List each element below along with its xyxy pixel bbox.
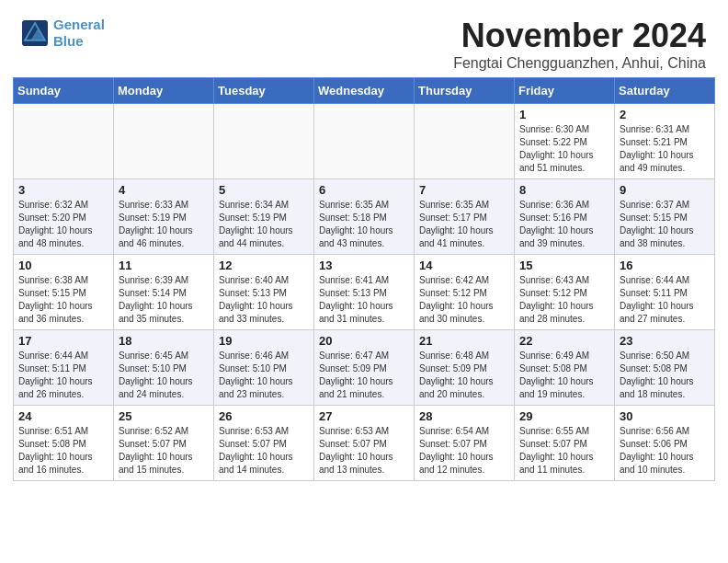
day-number: 23 (620, 334, 710, 348)
calendar-day-cell: 2Sunrise: 6:31 AM Sunset: 5:21 PM Daylig… (615, 104, 715, 179)
day-number: 27 (319, 409, 409, 423)
calendar-day-cell: 21Sunrise: 6:48 AM Sunset: 5:09 PM Dayli… (415, 330, 515, 406)
day-number: 8 (519, 183, 609, 197)
day-info: Sunrise: 6:51 AM Sunset: 5:08 PM Dayligh… (18, 425, 108, 477)
day-number: 4 (119, 183, 209, 197)
calendar-table: SundayMondayTuesdayWednesdayThursdayFrid… (13, 77, 715, 481)
day-info: Sunrise: 6:53 AM Sunset: 5:07 PM Dayligh… (219, 425, 309, 477)
logo-icon (22, 20, 48, 46)
calendar-day-cell (415, 104, 515, 179)
weekday-header: Thursday (415, 78, 515, 104)
day-info: Sunrise: 6:30 AM Sunset: 5:22 PM Dayligh… (519, 123, 609, 175)
day-info: Sunrise: 6:49 AM Sunset: 5:08 PM Dayligh… (519, 350, 609, 401)
calendar-day-cell (14, 104, 114, 179)
day-number: 18 (119, 334, 209, 348)
day-info: Sunrise: 6:41 AM Sunset: 5:13 PM Dayligh… (319, 274, 409, 326)
calendar-day-cell: 14Sunrise: 6:42 AM Sunset: 5:12 PM Dayli… (415, 255, 515, 330)
calendar-day-cell (314, 104, 415, 179)
calendar-day-cell: 7Sunrise: 6:35 AM Sunset: 5:17 PM Daylig… (415, 179, 515, 255)
day-number: 15 (519, 259, 609, 272)
day-number: 22 (519, 334, 609, 348)
calendar-day-cell: 30Sunrise: 6:56 AM Sunset: 5:06 PM Dayli… (615, 406, 715, 481)
day-info: Sunrise: 6:40 AM Sunset: 5:13 PM Dayligh… (219, 274, 309, 326)
day-info: Sunrise: 6:34 AM Sunset: 5:19 PM Dayligh… (219, 199, 309, 250)
day-number: 17 (18, 334, 108, 348)
day-number: 21 (419, 334, 509, 348)
day-info: Sunrise: 6:56 AM Sunset: 5:06 PM Dayligh… (620, 425, 710, 477)
calendar-day-cell: 11Sunrise: 6:39 AM Sunset: 5:14 PM Dayli… (114, 255, 214, 330)
calendar-day-cell: 25Sunrise: 6:52 AM Sunset: 5:07 PM Dayli… (114, 406, 214, 481)
day-number: 24 (18, 409, 108, 423)
day-number: 20 (319, 334, 409, 348)
day-number: 6 (319, 183, 409, 197)
calendar-day-cell: 24Sunrise: 6:51 AM Sunset: 5:08 PM Dayli… (14, 406, 114, 481)
day-info: Sunrise: 6:55 AM Sunset: 5:07 PM Dayligh… (519, 425, 609, 477)
day-info: Sunrise: 6:45 AM Sunset: 5:10 PM Dayligh… (119, 350, 209, 401)
weekday-header: Sunday (14, 78, 114, 104)
day-info: Sunrise: 6:43 AM Sunset: 5:12 PM Dayligh… (519, 274, 609, 326)
day-info: Sunrise: 6:35 AM Sunset: 5:18 PM Dayligh… (319, 199, 409, 250)
title-block: November 2024 Fengtai Chengguanzhen, Anh… (453, 17, 706, 72)
calendar-week-row: 10Sunrise: 6:38 AM Sunset: 5:15 PM Dayli… (14, 255, 715, 330)
calendar-day-cell: 5Sunrise: 6:34 AM Sunset: 5:19 PM Daylig… (214, 179, 314, 255)
weekday-header: Tuesday (214, 78, 314, 104)
calendar-day-cell: 19Sunrise: 6:46 AM Sunset: 5:10 PM Dayli… (214, 330, 314, 406)
day-info: Sunrise: 6:48 AM Sunset: 5:09 PM Dayligh… (419, 350, 509, 401)
calendar-day-cell: 23Sunrise: 6:50 AM Sunset: 5:08 PM Dayli… (615, 330, 715, 406)
day-info: Sunrise: 6:44 AM Sunset: 5:11 PM Dayligh… (620, 274, 710, 326)
day-info: Sunrise: 6:32 AM Sunset: 5:20 PM Dayligh… (18, 199, 108, 250)
day-info: Sunrise: 6:37 AM Sunset: 5:15 PM Dayligh… (620, 199, 710, 250)
calendar-day-cell: 16Sunrise: 6:44 AM Sunset: 5:11 PM Dayli… (615, 255, 715, 330)
day-number: 26 (219, 409, 309, 423)
logo-text: General Blue (53, 17, 105, 50)
day-info: Sunrise: 6:47 AM Sunset: 5:09 PM Dayligh… (319, 350, 409, 401)
weekday-header-row: SundayMondayTuesdayWednesdayThursdayFrid… (14, 78, 715, 104)
day-info: Sunrise: 6:54 AM Sunset: 5:07 PM Dayligh… (419, 425, 509, 477)
day-number: 30 (620, 409, 710, 423)
calendar-day-cell: 27Sunrise: 6:53 AM Sunset: 5:07 PM Dayli… (314, 406, 415, 481)
calendar-week-row: 17Sunrise: 6:44 AM Sunset: 5:11 PM Dayli… (14, 330, 715, 406)
weekday-header: Saturday (615, 78, 715, 104)
day-number: 2 (620, 108, 710, 121)
logo: General Blue (22, 17, 105, 50)
day-info: Sunrise: 6:46 AM Sunset: 5:10 PM Dayligh… (219, 350, 309, 401)
weekday-header: Friday (515, 78, 615, 104)
day-number: 28 (419, 409, 509, 423)
calendar-day-cell: 17Sunrise: 6:44 AM Sunset: 5:11 PM Dayli… (14, 330, 114, 406)
calendar-day-cell: 20Sunrise: 6:47 AM Sunset: 5:09 PM Dayli… (314, 330, 415, 406)
day-info: Sunrise: 6:53 AM Sunset: 5:07 PM Dayligh… (319, 425, 409, 477)
calendar-day-cell: 15Sunrise: 6:43 AM Sunset: 5:12 PM Dayli… (515, 255, 615, 330)
day-number: 9 (620, 183, 710, 197)
day-number: 16 (620, 259, 710, 272)
calendar-day-cell: 1Sunrise: 6:30 AM Sunset: 5:22 PM Daylig… (515, 104, 615, 179)
day-number: 1 (519, 108, 609, 121)
calendar-day-cell: 12Sunrise: 6:40 AM Sunset: 5:13 PM Dayli… (214, 255, 314, 330)
weekday-header: Monday (114, 78, 214, 104)
day-info: Sunrise: 6:38 AM Sunset: 5:15 PM Dayligh… (18, 274, 108, 326)
day-info: Sunrise: 6:33 AM Sunset: 5:19 PM Dayligh… (119, 199, 209, 250)
day-info: Sunrise: 6:36 AM Sunset: 5:16 PM Dayligh… (519, 199, 609, 250)
calendar-day-cell: 28Sunrise: 6:54 AM Sunset: 5:07 PM Dayli… (415, 406, 515, 481)
day-number: 5 (219, 183, 309, 197)
calendar-day-cell: 29Sunrise: 6:55 AM Sunset: 5:07 PM Dayli… (515, 406, 615, 481)
day-number: 12 (219, 259, 309, 272)
calendar-week-row: 1Sunrise: 6:30 AM Sunset: 5:22 PM Daylig… (14, 104, 715, 179)
day-info: Sunrise: 6:39 AM Sunset: 5:14 PM Dayligh… (119, 274, 209, 326)
day-number: 3 (18, 183, 108, 197)
day-info: Sunrise: 6:31 AM Sunset: 5:21 PM Dayligh… (620, 123, 710, 175)
calendar-day-cell: 10Sunrise: 6:38 AM Sunset: 5:15 PM Dayli… (14, 255, 114, 330)
day-number: 7 (419, 183, 509, 197)
day-info: Sunrise: 6:42 AM Sunset: 5:12 PM Dayligh… (419, 274, 509, 326)
weekday-header: Wednesday (314, 78, 415, 104)
calendar-day-cell: 8Sunrise: 6:36 AM Sunset: 5:16 PM Daylig… (515, 179, 615, 255)
day-info: Sunrise: 6:52 AM Sunset: 5:07 PM Dayligh… (119, 425, 209, 477)
calendar-week-row: 24Sunrise: 6:51 AM Sunset: 5:08 PM Dayli… (14, 406, 715, 481)
calendar-day-cell: 9Sunrise: 6:37 AM Sunset: 5:15 PM Daylig… (615, 179, 715, 255)
calendar-week-row: 3Sunrise: 6:32 AM Sunset: 5:20 PM Daylig… (14, 179, 715, 255)
location: Fengtai Chengguanzhen, Anhui, China (453, 55, 706, 72)
calendar-day-cell: 6Sunrise: 6:35 AM Sunset: 5:18 PM Daylig… (314, 179, 415, 255)
calendar-day-cell: 26Sunrise: 6:53 AM Sunset: 5:07 PM Dayli… (214, 406, 314, 481)
calendar-day-cell (114, 104, 214, 179)
day-number: 11 (119, 259, 209, 272)
calendar-day-cell (214, 104, 314, 179)
